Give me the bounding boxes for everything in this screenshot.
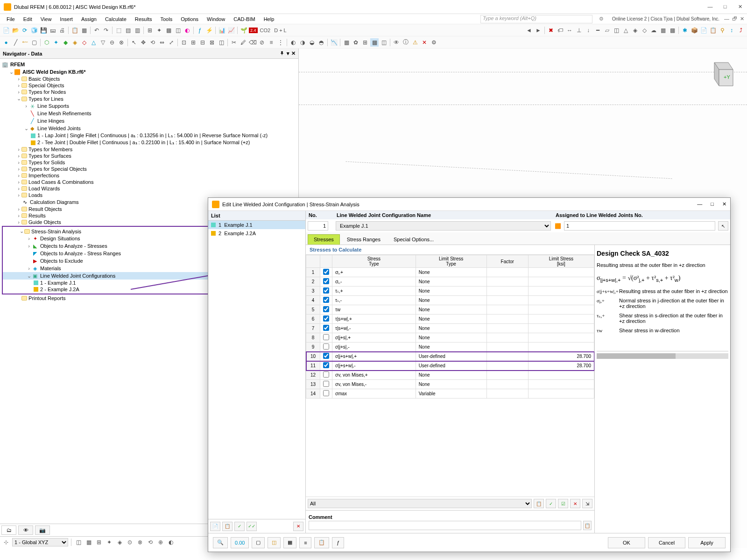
row-checkbox[interactable]: [323, 325, 329, 331]
coord-btn10[interactable]: ◐: [167, 538, 175, 546]
coord-btn8[interactable]: ⟲: [146, 538, 155, 546]
cell-limit-type[interactable]: None: [416, 287, 486, 296]
diagram-icon[interactable]: 📈: [227, 26, 235, 35]
calc-icon[interactable]: ƒ: [196, 26, 204, 35]
table-row[interactable]: 6 τ|s+w|,+ None: [306, 315, 594, 324]
cell-limit-ksi[interactable]: [528, 333, 594, 343]
right-scrollbar[interactable]: [597, 353, 728, 359]
tree-line-hinges[interactable]: ╱Line Hinges: [0, 117, 298, 125]
tree-types-nodes[interactable]: › Types for Nodes: [0, 89, 298, 95]
line-icon[interactable]: ╱: [11, 38, 20, 47]
nodal-sup-icon[interactable]: △: [89, 38, 98, 47]
tree-imperfections[interactable]: › Imperfections: [0, 172, 298, 179]
result1-icon[interactable]: ◈: [631, 26, 639, 35]
coord-btn6[interactable]: ⊙: [126, 538, 134, 546]
table-row[interactable]: 5 τw None: [306, 305, 594, 315]
move-icon[interactable]: ✥: [139, 38, 148, 47]
cell-stress-type[interactable]: σv, von Mises,+: [332, 371, 416, 380]
row-checkbox[interactable]: [323, 353, 329, 359]
row-checkbox[interactable]: [323, 278, 329, 284]
assign-input[interactable]: [564, 221, 715, 231]
cell-limit-ksi[interactable]: [528, 389, 594, 399]
sec-icon[interactable]: ◇: [80, 38, 88, 47]
nav-tab-views[interactable]: 📷: [35, 525, 50, 535]
tree-types-special-objects[interactable]: › Types for Special Objects: [0, 166, 298, 172]
row-checkbox[interactable]: [323, 371, 329, 378]
cell-limit-ksi[interactable]: [528, 315, 594, 324]
maximize-button[interactable]: □: [722, 4, 728, 10]
tree-types-members[interactable]: › Types for Members: [0, 146, 298, 153]
cell-limit-type[interactable]: None: [416, 333, 486, 343]
nav-right-icon[interactable]: ►: [534, 26, 543, 35]
new-icon[interactable]: 📄: [2, 26, 10, 35]
tab-stresses[interactable]: Stresses: [308, 234, 340, 245]
cell-limit-type[interactable]: None: [416, 324, 486, 333]
coord-btn1[interactable]: ◫: [74, 538, 83, 546]
snap2-icon[interactable]: ⊞: [189, 38, 197, 47]
tree-project[interactable]: ⌄🟧AISC Weld Design KB.rf6*: [0, 68, 298, 76]
filter1-icon[interactable]: ✖: [547, 26, 555, 35]
delete-icon[interactable]: ✕: [420, 38, 429, 47]
tree-wj-2[interactable]: 2 - Tee Joint | Double Fillet | Continuo…: [0, 139, 298, 146]
nav-menu-icon[interactable]: ▾: [287, 50, 289, 56]
cell-limit-ksi[interactable]: 28.700: [528, 352, 594, 361]
report-icon[interactable]: 📄: [699, 26, 708, 35]
open-icon[interactable]: 📂: [11, 26, 20, 35]
list-delete-button[interactable]: ✕: [293, 522, 303, 531]
nav-pin-icon[interactable]: 🖈: [280, 50, 285, 56]
member-icon[interactable]: ━: [593, 26, 602, 35]
cell-factor[interactable]: [486, 389, 528, 399]
cell-limit-type[interactable]: None: [416, 343, 486, 352]
footer-ext2-button[interactable]: ƒ: [332, 537, 344, 548]
cell-factor[interactable]: [486, 287, 528, 296]
mesh-icon[interactable]: ▩: [164, 26, 173, 35]
visibility5-icon[interactable]: ◫: [380, 38, 388, 47]
thickness-icon[interactable]: ◆: [61, 38, 70, 47]
tree-load-wizards[interactable]: › Load Wizards: [0, 185, 298, 192]
cell-limit-type[interactable]: None: [416, 305, 486, 315]
no-input[interactable]: [308, 221, 328, 231]
cell-limit-type[interactable]: Variable: [416, 389, 486, 399]
coord-icon[interactable]: ⊹: [2, 538, 10, 546]
tree-line-supports[interactable]: ›⚹Line Supports: [0, 102, 298, 110]
cell-stress-type[interactable]: σv, von Mises,-: [332, 380, 416, 389]
cell-factor[interactable]: [486, 371, 528, 380]
filter2-icon[interactable]: 🏷: [556, 26, 564, 35]
cell-limit-ksi[interactable]: [528, 380, 594, 389]
table-row[interactable]: 14 σmax Variable: [306, 389, 594, 399]
row-checkbox[interactable]: [323, 381, 329, 387]
row-checkbox[interactable]: [323, 269, 329, 275]
cell-limit-type[interactable]: User-defined: [416, 352, 486, 361]
table-row[interactable]: 12 σv, von Mises,+ None: [306, 371, 594, 380]
table-row[interactable]: 1 σⱼ,+ None: [306, 268, 594, 277]
undo-icon[interactable]: ↶: [92, 26, 101, 35]
tool2-icon[interactable]: ↕: [727, 26, 736, 35]
menu-window[interactable]: Window: [203, 15, 229, 23]
coord-btn9[interactable]: ⊕: [156, 538, 165, 546]
dim-icon[interactable]: ↔: [565, 26, 574, 35]
footer-view4-button[interactable]: ≡: [299, 537, 311, 548]
cell-limit-type[interactable]: None: [416, 380, 486, 389]
cell-limit-ksi[interactable]: [528, 324, 594, 333]
row-checkbox[interactable]: [323, 362, 329, 368]
cell-factor[interactable]: [486, 296, 528, 305]
warn-icon[interactable]: ⚠: [411, 38, 419, 47]
table-row[interactable]: 7 τ|s+w|,- None: [306, 324, 594, 333]
row-checkbox[interactable]: [323, 390, 329, 396]
cell-factor[interactable]: [486, 305, 528, 315]
footer-view3-button[interactable]: ▦: [283, 537, 296, 548]
cell-factor[interactable]: [486, 315, 528, 324]
close-button[interactable]: ✕: [737, 4, 743, 10]
cell-stress-type[interactable]: σⱼ,-: [332, 277, 416, 287]
result3-icon[interactable]: ▦: [659, 26, 667, 35]
menu-results[interactable]: Results: [131, 15, 156, 23]
name-select[interactable]: Example J.1: [336, 221, 551, 231]
row-checkbox[interactable]: [323, 297, 329, 303]
cell-factor[interactable]: [486, 333, 528, 343]
view1-icon[interactable]: ⬚: [114, 26, 123, 35]
snap5-icon[interactable]: ◫: [217, 38, 226, 47]
menu-tools[interactable]: Tools: [156, 15, 176, 23]
transparency-icon[interactable]: ◐: [183, 26, 191, 35]
copy-icon[interactable]: 📋: [70, 26, 79, 35]
comment-expand-button[interactable]: 📋: [583, 521, 592, 530]
